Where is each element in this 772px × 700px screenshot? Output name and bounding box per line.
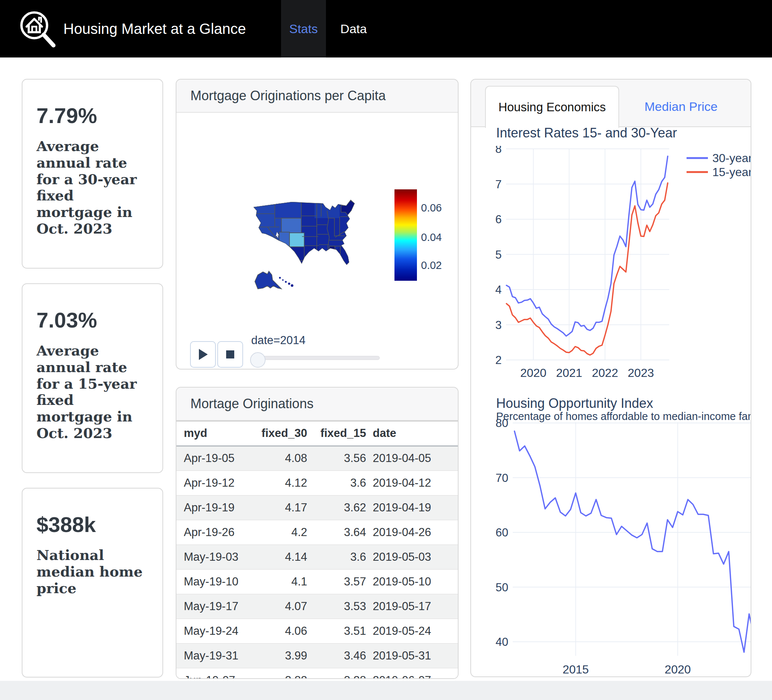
table-cell: 3.64: [307, 520, 366, 544]
chart-tabstrip: Housing Economics Median Price: [471, 80, 751, 127]
date-slider-handle[interactable]: [250, 352, 265, 368]
stop-icon: [226, 350, 235, 359]
table-cell: Apr-19-12: [177, 470, 256, 495]
play-button[interactable]: [190, 341, 216, 368]
y-tick-label: 8: [496, 146, 502, 156]
colorbar: [394, 189, 417, 281]
table-cell: 3.62: [307, 495, 366, 520]
date-slider-track[interactable]: [258, 356, 380, 360]
table-cell: 3.51: [307, 618, 366, 643]
x-tick-label: 2022: [592, 366, 618, 379]
stat-card-median-price: $388k National median home price: [22, 488, 163, 677]
y-tick-label: 70: [496, 472, 508, 484]
page-title: Housing Market at a Glance: [63, 0, 246, 57]
table-header-row: myd fixed_30 fixed_15 date: [177, 421, 458, 446]
stat-value-30yr: 7.79%: [36, 103, 152, 128]
table-cell: 3.28: [307, 668, 366, 679]
table-cell: 2019-05-03: [366, 544, 458, 569]
stop-button[interactable]: [217, 341, 243, 368]
y-tick-label: 40: [496, 636, 508, 648]
x-tick-label: 2023: [628, 366, 654, 379]
x-tick-label: 2020: [664, 663, 690, 676]
colorbar-tick: 0.02: [421, 259, 458, 272]
col-header-date: date: [366, 421, 458, 446]
table-cell: 4.08: [256, 446, 307, 470]
series-line-30-year: [507, 156, 668, 336]
animation-frame-label: date=2014: [251, 334, 305, 347]
table-cell: May-19-17: [177, 594, 256, 618]
table-cell: 3.99: [256, 643, 307, 668]
table-cell: 3.57: [307, 569, 366, 594]
table-row: Jun-19-073.823.282019-06-07: [177, 668, 458, 679]
table-row: Apr-19-264.23.642019-04-26: [177, 520, 458, 544]
hoi-chart-title: Housing Opportunity Index: [496, 396, 653, 411]
table-row: May-19-244.063.512019-05-24: [177, 618, 458, 643]
table-cell: 3.6: [307, 544, 366, 569]
interest-rates-chart[interactable]: 2345678202020212022202330-year15-year: [491, 146, 751, 385]
y-tick-label: 80: [496, 418, 508, 430]
table-card-header: Mortage Originations: [177, 388, 458, 421]
interest-chart-title: Interest Rates 15- and 30-Year: [496, 125, 677, 141]
x-tick-label: 2015: [563, 663, 589, 676]
table-cell: Apr-19-19: [177, 495, 256, 520]
table-row: Apr-19-124.123.62019-04-12: [177, 470, 458, 495]
table-cell: 3.56: [307, 446, 366, 470]
table-cell: 3.82: [256, 668, 307, 679]
table-cell: Jun-19-07: [177, 668, 256, 679]
table-cell: Apr-19-26: [177, 520, 256, 544]
stat-desc-15yr: Average annual rate for a 15-year fixed …: [36, 343, 152, 442]
table-cell: 4.12: [256, 470, 307, 495]
y-tick-label: 5: [496, 248, 502, 261]
stat-desc-median-price: National median home price: [36, 547, 152, 597]
table-cell: 3.46: [307, 643, 366, 668]
nav-tab-stats[interactable]: Stats: [281, 0, 326, 57]
table-card: Mortage Originations myd fixed_30 fixed_…: [176, 387, 458, 679]
table-row: Apr-19-194.173.622019-04-19: [177, 495, 458, 520]
legend-label: 30-year: [712, 151, 751, 165]
table-cell: 4.2: [256, 520, 307, 544]
table-cell: May-19-31: [177, 643, 256, 668]
y-tick-label: 3: [496, 319, 502, 331]
nav-tab-data[interactable]: Data: [333, 0, 374, 57]
table-cell: May-19-10: [177, 569, 256, 594]
table-row: May-19-104.13.572019-05-10: [177, 569, 458, 594]
table-cell: 4.07: [256, 594, 307, 618]
table-cell: Apr-19-05: [177, 446, 256, 470]
col-header-myd: myd: [177, 421, 256, 446]
stat-value-15yr: 7.03%: [36, 308, 152, 332]
x-tick-label: 2020: [520, 366, 546, 379]
table-cell: 4.06: [256, 618, 307, 643]
us-choropleth-svg[interactable]: [236, 196, 384, 292]
series-line-Housing Opportunity Index: [515, 431, 751, 652]
y-tick-label: 50: [496, 581, 508, 594]
map-card-title: Mortgage Originations per Capita: [190, 88, 386, 103]
table-cell: 2019-05-24: [366, 618, 458, 643]
y-tick-label: 6: [496, 213, 502, 226]
play-icon: [198, 348, 208, 361]
stat-value-median-price: $388k: [36, 512, 152, 537]
table-cell: 3.53: [307, 594, 366, 618]
footer-strip: [0, 681, 772, 700]
table-cell: May-19-03: [177, 544, 256, 569]
table-row: May-19-034.143.62019-05-03: [177, 544, 458, 569]
table-cell: 2019-04-05: [366, 446, 458, 470]
colorbar-tick: 0.04: [421, 231, 458, 244]
stat-card-15yr: 7.03% Average annual rate for a 15-year …: [22, 283, 163, 473]
tab-housing-economics[interactable]: Housing Economics: [485, 86, 619, 128]
y-tick-label: 60: [496, 526, 508, 539]
table-cell: 4.14: [256, 544, 307, 569]
table-row: May-19-313.993.462019-05-31: [177, 643, 458, 668]
table-cell: 2019-05-17: [366, 594, 458, 618]
table-cell: 3.6: [307, 470, 366, 495]
table-cell: 4.1: [256, 569, 307, 594]
stat-desc-30yr: Average annual rate for a 30-year fixed …: [36, 138, 152, 237]
choropleth-map[interactable]: 0.06 0.04 0.02 date=2014 201420162018202…: [177, 113, 458, 369]
table-row: May-19-174.073.532019-05-17: [177, 594, 458, 618]
colorbar-tick: 0.06: [421, 202, 458, 214]
table-cell: 2019-04-19: [366, 495, 458, 520]
tab-median-price[interactable]: Median Price: [626, 86, 736, 127]
housing-opportunity-index-chart[interactable]: 405060708020152020: [491, 418, 751, 676]
y-tick-label: 4: [496, 283, 502, 296]
house-magnifier-logo-icon: [15, 7, 58, 50]
table-cell: 2019-04-26: [366, 520, 458, 544]
